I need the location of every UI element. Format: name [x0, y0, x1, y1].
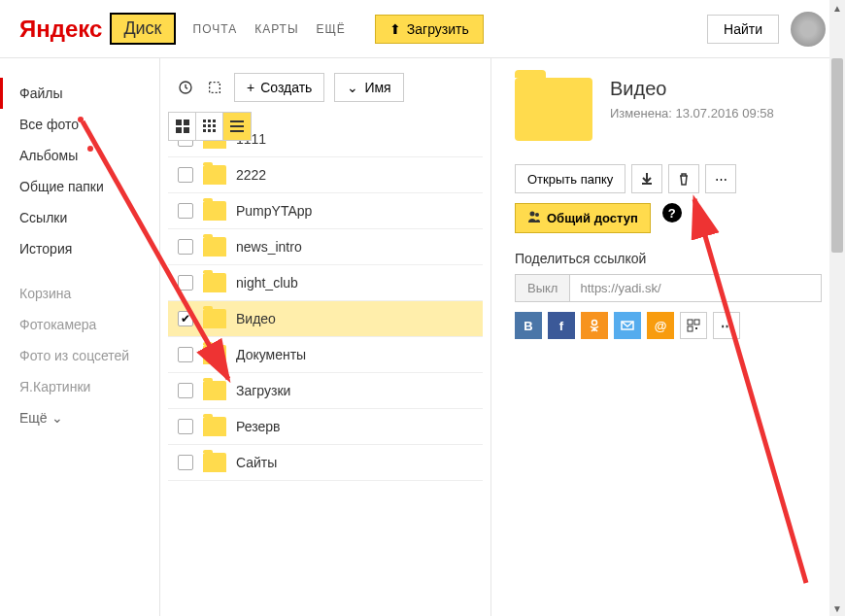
- brand-logo[interactable]: Яндекс: [19, 16, 102, 43]
- sidebar-item-all-photos[interactable]: Все фото: [0, 109, 159, 140]
- folder-icon: [203, 201, 226, 221]
- folder-icon: [203, 237, 226, 257]
- social-mail[interactable]: [614, 312, 641, 339]
- file-row[interactable]: Сайты: [168, 445, 483, 481]
- svg-rect-1: [210, 83, 220, 93]
- scroll-up-arrow[interactable]: ▲: [829, 0, 845, 16]
- file-name: night_club: [236, 275, 298, 291]
- sidebar-item-trash[interactable]: Корзина: [0, 278, 159, 309]
- svg-point-18: [530, 212, 535, 217]
- folder-icon: [203, 273, 226, 292]
- sidebar-item-history[interactable]: История: [0, 233, 159, 264]
- file-checkbox[interactable]: [178, 167, 193, 183]
- more-social-button[interactable]: ⋯: [713, 312, 740, 339]
- file-row[interactable]: Загрузки: [168, 373, 483, 409]
- history-icon[interactable]: [176, 78, 195, 97]
- file-row[interactable]: PumpYTApp: [168, 193, 483, 229]
- svg-rect-4: [176, 127, 182, 133]
- search-button[interactable]: Найти: [707, 15, 779, 44]
- more-actions-button[interactable]: ⋯: [705, 164, 736, 193]
- open-folder-button[interactable]: Открыть папку: [515, 164, 625, 193]
- create-button[interactable]: + Создать: [234, 73, 324, 102]
- create-label: Создать: [260, 80, 312, 95]
- view-list[interactable]: [223, 113, 251, 140]
- svg-rect-10: [208, 124, 211, 127]
- file-checkbox[interactable]: [178, 239, 193, 255]
- file-checkbox[interactable]: [178, 383, 193, 398]
- scroll-thumb[interactable]: [831, 58, 843, 253]
- file-name: 2222: [236, 167, 266, 183]
- download-button[interactable]: [631, 164, 662, 193]
- share-access-button[interactable]: Общий доступ: [515, 203, 651, 233]
- file-checkbox[interactable]: [178, 203, 193, 219]
- upload-button[interactable]: ⬆ Загрузить: [375, 15, 484, 44]
- file-name: Резерв: [236, 419, 280, 434]
- sidebar: Файлы Все фото Альбомы Общие папки Ссылк…: [0, 58, 160, 616]
- social-facebook[interactable]: f: [548, 312, 575, 339]
- file-checkbox[interactable]: [178, 311, 193, 326]
- file-name: PumpYTApp: [236, 203, 312, 219]
- file-checkbox[interactable]: [178, 455, 193, 470]
- qr-code-button[interactable]: [680, 312, 707, 339]
- people-icon: [527, 210, 541, 226]
- nav-more[interactable]: ЕЩЁ: [317, 22, 346, 36]
- sort-button[interactable]: ⌄ Имя: [334, 73, 403, 102]
- svg-rect-2: [176, 120, 182, 125]
- folder-icon: [203, 417, 226, 436]
- svg-rect-8: [213, 120, 216, 122]
- svg-rect-3: [184, 120, 189, 125]
- file-row[interactable]: night_club: [168, 265, 483, 301]
- svg-point-20: [592, 321, 597, 325]
- social-vk[interactable]: B: [515, 312, 542, 339]
- file-row[interactable]: Резерв: [168, 409, 483, 445]
- delete-button[interactable]: [668, 164, 699, 193]
- sidebar-item-ya-images[interactable]: Я.Картинки: [0, 371, 159, 402]
- file-name: news_intro: [236, 239, 302, 255]
- scroll-down-arrow[interactable]: ▼: [829, 600, 845, 616]
- svg-point-19: [535, 213, 539, 217]
- file-name: Загрузки: [236, 383, 290, 398]
- file-name: Документы: [236, 347, 306, 362]
- sidebar-item-camera[interactable]: Фотокамера: [0, 309, 159, 340]
- share-label: Общий доступ: [547, 211, 638, 225]
- share-link-input[interactable]: [570, 274, 822, 302]
- social-ok[interactable]: [581, 312, 608, 339]
- view-large-tiles[interactable]: [169, 113, 196, 140]
- sidebar-item-files[interactable]: Файлы: [0, 78, 159, 109]
- svg-rect-16: [230, 125, 244, 127]
- page-scrollbar[interactable]: ▲ ▼: [829, 0, 845, 616]
- sidebar-item-social-photos[interactable]: Фото из соцсетей: [0, 340, 159, 371]
- file-row[interactable]: 2222: [168, 157, 483, 193]
- user-avatar[interactable]: [791, 12, 826, 47]
- sidebar-item-albums[interactable]: Альбомы: [0, 140, 159, 171]
- folder-icon: [203, 345, 226, 364]
- nav-maps[interactable]: КАРТЫ: [254, 22, 298, 36]
- file-row[interactable]: news_intro: [168, 229, 483, 265]
- sidebar-item-links[interactable]: Ссылки: [0, 202, 159, 233]
- file-row[interactable]: Видео: [168, 301, 483, 337]
- chevron-down-icon: ⌄: [51, 410, 63, 426]
- file-checkbox[interactable]: [178, 419, 193, 434]
- folder-icon: [203, 165, 226, 185]
- svg-rect-22: [688, 320, 693, 325]
- svg-rect-12: [203, 129, 206, 132]
- link-toggle[interactable]: Выкл: [515, 274, 570, 302]
- sidebar-more[interactable]: Ещё ⌄: [0, 402, 159, 433]
- social-mailru[interactable]: @: [647, 312, 674, 339]
- file-name: Видео: [236, 311, 276, 326]
- file-checkbox[interactable]: [178, 347, 193, 362]
- svg-rect-14: [213, 129, 216, 132]
- view-small-tiles[interactable]: [196, 113, 223, 140]
- select-icon[interactable]: [205, 78, 224, 97]
- file-row[interactable]: Документы: [168, 337, 483, 373]
- detail-modified: Изменена: 13.07.2016 09:58: [610, 106, 774, 120]
- product-badge[interactable]: Диск: [110, 13, 175, 45]
- sort-label: Имя: [364, 80, 390, 95]
- detail-title: Видео: [610, 78, 774, 100]
- sidebar-item-shared[interactable]: Общие папки: [0, 171, 159, 202]
- help-icon[interactable]: ?: [662, 203, 682, 222]
- chevron-down-icon: ⌄: [347, 80, 358, 95]
- nav-mail[interactable]: ПОЧТА: [193, 22, 238, 36]
- file-checkbox[interactable]: [178, 275, 193, 291]
- share-link-label: Поделиться ссылкой: [515, 251, 822, 266]
